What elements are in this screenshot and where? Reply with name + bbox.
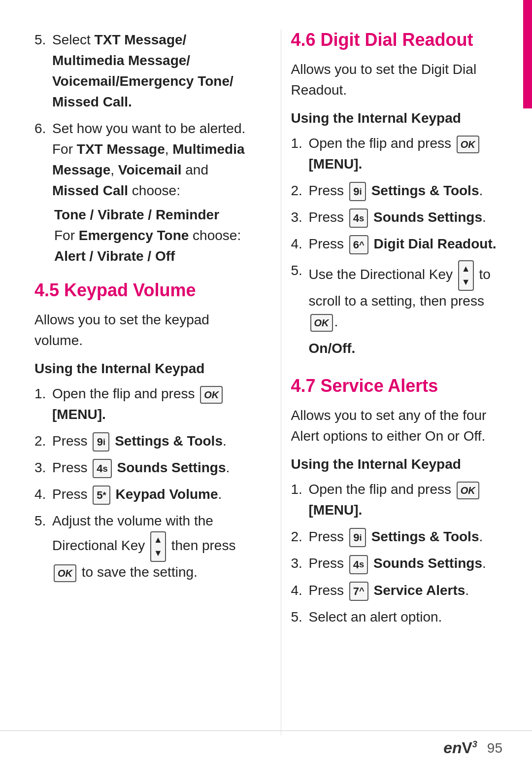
bold-text: Sounds Settings xyxy=(117,460,226,475)
list-content: Select an alert option. xyxy=(309,607,503,627)
list-content: Use the Directional Key ▲▼ to scroll to … xyxy=(309,260,503,332)
list-item-47-1: 1. Open the flip and press OK [MENU]. xyxy=(291,479,503,521)
bold-text: Emergency Tone xyxy=(79,228,189,243)
list-number: 5. xyxy=(34,511,49,531)
key-9: 9i xyxy=(93,432,109,452)
for-emergency-text: For Emergency Tone choose: xyxy=(54,228,246,243)
list-number: 2. xyxy=(291,526,306,547)
list-number: 5. xyxy=(291,260,306,281)
key-4: 4s xyxy=(349,555,368,574)
section-47-heading: 4.7 Service Alerts xyxy=(291,376,503,396)
list-item-46-1: 1. Open the flip and press OK [MENU]. xyxy=(291,133,503,174)
bold-text: On/Off. xyxy=(309,341,356,356)
list-content: Adjust the volume with the Directional K… xyxy=(52,511,246,583)
list-content: Open the flip and press OK [MENU]. xyxy=(52,383,246,425)
list-item-46-3: 3. Press 4s Sounds Settings. xyxy=(291,207,503,228)
right-column: 4.6 Digit Dial Readout Allows you to set… xyxy=(281,30,503,735)
key-6: 6^ xyxy=(349,235,368,254)
on-off-text: On/Off. xyxy=(309,338,503,359)
section-46-heading: 4.6 Digit Dial Readout xyxy=(291,30,503,50)
list-content: Press 9i Settings & Tools. xyxy=(309,180,503,201)
subsection-keypad-47-heading: Using the Internal Keypad xyxy=(291,456,503,472)
list-number: 2. xyxy=(34,431,49,452)
list-item-5: 5. Adjust the volume with the Directiona… xyxy=(34,511,246,583)
list-number: 4. xyxy=(291,580,306,601)
subsection-keypad-heading: Using the Internal Keypad xyxy=(34,361,246,377)
bold-text: Settings & Tools xyxy=(371,529,479,544)
left-column: 5. Select TXT Message/Multimedia Message… xyxy=(34,30,256,735)
section-46-desc: Allows you to set the Digit Dial Readout… xyxy=(291,59,503,101)
list-item-1: 1. Open the flip and press OK [MENU]. xyxy=(34,383,246,425)
list-number: 1. xyxy=(291,133,306,154)
list-item-47-2: 2. Press 9i Settings & Tools. xyxy=(291,526,503,547)
footer-logo: enV3 xyxy=(443,739,477,757)
list-number: 4. xyxy=(34,484,49,505)
spacer xyxy=(291,365,503,376)
ok-key: OK xyxy=(54,564,76,582)
list-item-46-4: 4. Press 6^ Digit Dial Readout. xyxy=(291,234,503,254)
bold-text: Sounds Settings xyxy=(373,209,482,225)
list-number: 3. xyxy=(34,457,49,478)
list-number: 1. xyxy=(291,479,306,500)
list-item-3: 3. Press 4s Sounds Settings. xyxy=(34,457,246,478)
section-45-desc: Allows you to set the keypad volume. xyxy=(34,310,246,351)
list-number: 3. xyxy=(291,553,306,574)
list-item: 5. Select TXT Message/Multimedia Message… xyxy=(34,30,246,112)
list-content: Press 4s Sounds Settings. xyxy=(309,207,503,228)
list-number: 3. xyxy=(291,207,306,228)
list-item-47-5: 5. Select an alert option. xyxy=(291,607,503,627)
bold-text: [MENU]. xyxy=(309,502,363,518)
dir-key: ▲▼ xyxy=(150,531,166,562)
list-number: 5. xyxy=(34,30,49,50)
bold-text: Settings & Tools xyxy=(115,433,223,449)
ok-key: OK xyxy=(310,314,333,332)
list-content: Press 4s Sounds Settings. xyxy=(309,553,503,574)
list-number: 2. xyxy=(291,180,306,201)
bold-text: [MENU]. xyxy=(309,156,363,172)
bold-text: Settings & Tools xyxy=(371,183,479,198)
footer: enV3 95 xyxy=(0,730,532,765)
key-7: 7^ xyxy=(349,582,368,601)
bold-text: Digit Dial Readout. xyxy=(374,236,497,251)
list-content: Open the flip and press OK [MENU]. xyxy=(309,479,503,521)
list-item-46-2: 2. Press 9i Settings & Tools. xyxy=(291,180,503,201)
section-47-desc: Allows you to set any of the four Alert … xyxy=(291,405,503,447)
alert-option: Alert / Vibrate / Off xyxy=(54,248,246,264)
list-content: Select TXT Message/Multimedia Message/Vo… xyxy=(52,30,246,112)
subsection-keypad-46-heading: Using the Internal Keypad xyxy=(291,110,503,126)
dir-key: ▲▼ xyxy=(458,260,474,291)
bold-text: TXT Message/Multimedia Message/Voicemail… xyxy=(52,32,233,109)
ok-key: OK xyxy=(457,136,479,153)
ok-key: OK xyxy=(200,386,223,404)
key-4: 4s xyxy=(93,459,111,478)
list-content: Open the flip and press OK [MENU]. xyxy=(309,133,503,174)
bold-text: [MENU]. xyxy=(52,407,106,422)
pink-accent-bar xyxy=(523,0,532,108)
list-content: Set how you want to be alerted. For TXT … xyxy=(52,118,246,201)
page-number: 95 xyxy=(487,740,502,756)
key-9: 9i xyxy=(349,528,366,547)
list-content: Press 9i Settings & Tools. xyxy=(52,431,246,452)
list-content: Press 4s Sounds Settings. xyxy=(52,457,246,478)
key-9: 9i xyxy=(349,182,366,201)
bold-text: Missed Call xyxy=(52,183,128,198)
section-45-heading: 4.5 Keypad Volume xyxy=(34,280,246,301)
bold-text: Keypad Volume xyxy=(116,487,218,502)
content-area: 5. Select TXT Message/Multimedia Message… xyxy=(0,0,532,765)
list-content: Press 7^ Service Alerts. xyxy=(309,580,503,601)
list-content: Press 5* Keypad Volume. xyxy=(52,484,246,505)
bold-text: Voicemail xyxy=(118,162,182,177)
list-item-46-5: 5. Use the Directional Key ▲▼ to scroll … xyxy=(291,260,503,332)
list-item: 6. Set how you want to be alerted. For T… xyxy=(34,118,246,201)
page: 5. Select TXT Message/Multimedia Message… xyxy=(0,0,532,765)
list-item-47-4: 4. Press 7^ Service Alerts. xyxy=(291,580,503,601)
list-number: 6. xyxy=(34,118,49,139)
list-number: 5. xyxy=(291,607,306,627)
bold-text: TXT Message xyxy=(77,141,165,157)
bold-text: Sounds Settings xyxy=(373,556,482,571)
list-number: 1. xyxy=(34,383,49,404)
list-content: Press 6^ Digit Dial Readout. xyxy=(309,234,503,254)
bold-text: Service Alerts xyxy=(374,583,466,598)
ok-key: OK xyxy=(457,482,479,499)
list-item-47-3: 3. Press 4s Sounds Settings. xyxy=(291,553,503,574)
